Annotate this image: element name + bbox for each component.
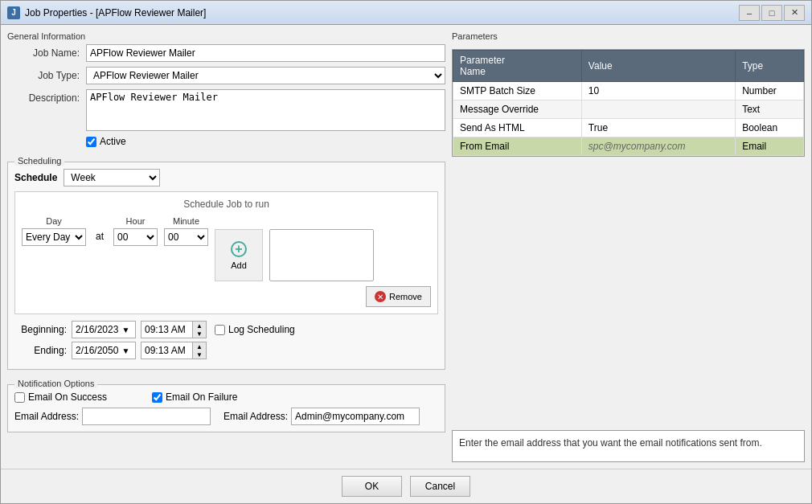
left-panel: General Information Job Name: Job Type: … xyxy=(7,31,445,462)
day-label: Day xyxy=(46,216,62,226)
job-name-label: Job Name: xyxy=(7,47,80,59)
email-on-failure-checkbox[interactable] xyxy=(152,392,162,403)
ending-date-display: 2/16/2050 ▼ xyxy=(72,342,136,359)
table-row[interactable]: From Emailspc@mycompany.comEmail xyxy=(453,137,804,156)
param-name-cell: From Email xyxy=(453,137,582,156)
active-checkbox[interactable] xyxy=(86,137,96,147)
ending-time-field: 09:13 AM ▲ ▼ xyxy=(141,342,207,359)
ending-time-display: 09:13 AM xyxy=(141,342,193,359)
right-panel: Parameters ParameterName Value Type SMTP… xyxy=(452,31,805,462)
schedule-row: Schedule Week Day Month xyxy=(14,169,438,186)
email-on-success-label: Email On Success xyxy=(28,391,107,403)
beginning-label: Beginning: xyxy=(14,324,67,335)
scheduling-section: Scheduling Schedule Week Day Month Sched… xyxy=(7,162,445,370)
active-label: Active xyxy=(100,136,126,147)
at-label: at xyxy=(96,231,104,242)
remove-icon: ✕ xyxy=(375,291,386,302)
ok-button[interactable]: OK xyxy=(342,476,402,497)
email-on-failure-group: Email On Failure xyxy=(152,391,237,403)
beginning-time-display: 09:13 AM xyxy=(141,321,193,338)
notification-section-label: Notification Options xyxy=(14,379,97,388)
param-type-cell: Number xyxy=(736,82,804,100)
log-scheduling-checkbox[interactable] xyxy=(215,325,225,335)
description-row: Description: APFlow Reviewer Mailer xyxy=(7,89,445,131)
close-button[interactable]: ✕ xyxy=(784,5,805,21)
minimize-button[interactable]: – xyxy=(739,5,760,21)
cancel-button[interactable]: Cancel xyxy=(410,476,470,497)
hour-column: Hour 00 01 02 xyxy=(113,216,158,246)
window-controls: – □ ✕ xyxy=(739,5,805,21)
param-value-cell: spc@mycompany.com xyxy=(581,137,735,156)
active-row: Active xyxy=(86,136,445,147)
table-header-row: ParameterName Value Type xyxy=(453,51,804,82)
job-type-select[interactable]: APFlow Reviewer Mailer xyxy=(86,67,445,84)
minute-select[interactable]: 00 15 30 45 xyxy=(164,228,208,246)
app-icon: J xyxy=(7,6,20,19)
general-section-label: General Information xyxy=(7,31,445,41)
beginning-date-display: 2/16/2023 ▼ xyxy=(72,321,136,338)
param-value-cell: 10 xyxy=(581,82,735,100)
ending-time-spinner: ▲ ▼ xyxy=(193,342,207,359)
beginning-row: Beginning: 2/16/2023 ▼ 09:13 AM xyxy=(14,321,438,338)
param-name-cell: Message Override xyxy=(453,100,582,119)
job-name-row: Job Name: xyxy=(7,44,445,62)
job-name-input[interactable] xyxy=(86,44,445,62)
day-select[interactable]: Every Day Monday Tuesday Wednesday Thurs… xyxy=(22,228,86,246)
hour-select[interactable]: 00 01 02 xyxy=(113,228,158,246)
ending-time-up[interactable]: ▲ xyxy=(193,342,206,350)
remove-label: Remove xyxy=(389,292,422,301)
email-address-1-group: Email Address: xyxy=(14,408,211,425)
beginning-time-spinner: ▲ ▼ xyxy=(193,321,207,338)
beginning-time-down[interactable]: ▼ xyxy=(193,330,206,338)
beginning-time-field: 09:13 AM ▲ ▼ xyxy=(141,321,207,338)
general-section: General Information Job Name: Job Type: … xyxy=(7,31,445,147)
email-address-input-2[interactable] xyxy=(291,408,420,425)
minute-label: Minute xyxy=(173,216,199,226)
schedule-controls: Day Every Day Monday Tuesday Wednesday T… xyxy=(22,216,431,281)
add-circle-icon: + xyxy=(231,241,247,257)
beginning-time-up[interactable]: ▲ xyxy=(193,322,206,330)
parameters-section-label: Parameters xyxy=(452,31,805,41)
ending-date-field: 2/16/2050 ▼ xyxy=(72,342,136,359)
description-input[interactable]: APFlow Reviewer Mailer xyxy=(86,89,445,131)
log-scheduling-row: Log Scheduling xyxy=(215,324,295,335)
notification-email-row: Email Address: Email Address: xyxy=(14,408,438,425)
minute-column: Minute 00 15 30 45 xyxy=(164,216,208,246)
table-row[interactable]: Send As HTMLTrueBoolean xyxy=(453,119,804,137)
parameters-table-container: ParameterName Value Type SMTP Batch Size… xyxy=(452,49,805,157)
email-on-success-checkbox[interactable] xyxy=(14,392,25,403)
params-spacer xyxy=(452,162,805,425)
job-type-row: Job Type: APFlow Reviewer Mailer xyxy=(7,67,445,84)
col-header-name: ParameterName xyxy=(453,51,582,82)
notification-section: Notification Options Email On Success Em… xyxy=(7,384,445,432)
param-name-cell: SMTP Batch Size xyxy=(453,82,582,100)
remove-button[interactable]: ✕ Remove xyxy=(366,286,431,307)
inner-schedule-box: Schedule Job to run Day Every Day Monday… xyxy=(14,191,438,314)
email-on-success-group: Email On Success xyxy=(14,391,107,403)
table-row[interactable]: SMTP Batch Size10Number xyxy=(453,82,804,100)
log-scheduling-label: Log Scheduling xyxy=(228,324,295,335)
ending-row: Ending: 2/16/2050 ▼ 09:13 AM xyxy=(14,342,438,359)
date-section: Beginning: 2/16/2023 ▼ 09:13 AM xyxy=(14,321,438,359)
hint-box: Enter the email address that you want th… xyxy=(452,430,805,462)
notification-checks-row: Email On Success Email On Failure xyxy=(14,391,438,403)
param-type-cell: Boolean xyxy=(736,119,804,137)
table-row[interactable]: Message OverrideText xyxy=(453,100,804,119)
beginning-date-field: 2/16/2023 ▼ xyxy=(72,321,136,338)
ending-label: Ending: xyxy=(14,345,67,356)
parameters-table: ParameterName Value Type SMTP Batch Size… xyxy=(453,50,804,156)
schedule-list[interactable] xyxy=(269,229,374,281)
day-column: Day Every Day Monday Tuesday Wednesday T… xyxy=(22,216,86,246)
param-name-cell: Send As HTML xyxy=(453,119,582,137)
schedule-label: Schedule xyxy=(14,172,57,183)
schedule-select[interactable]: Week Day Month xyxy=(64,169,160,186)
add-button[interactable]: + Add xyxy=(215,229,263,281)
hour-label: Hour xyxy=(126,216,146,226)
add-label: Add xyxy=(231,260,247,270)
ending-time-down[interactable]: ▼ xyxy=(193,350,206,359)
email-address-label-1: Email Address: xyxy=(14,411,79,422)
param-type-cell: Email xyxy=(736,137,804,156)
maximize-button[interactable]: □ xyxy=(761,5,782,21)
email-address-input-1[interactable] xyxy=(82,408,211,425)
window-title: Job Properties - [APFlow Reviewer Mailer… xyxy=(25,7,739,18)
